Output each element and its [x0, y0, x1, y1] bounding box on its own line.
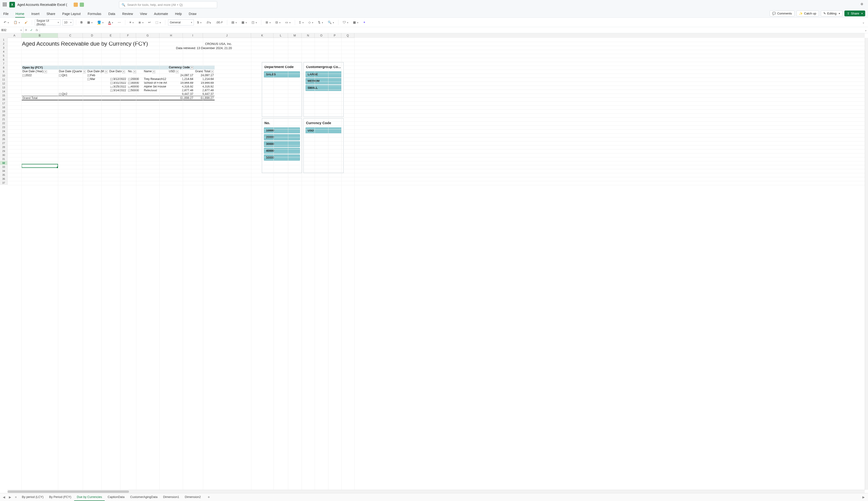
- ribbon-tab-formulas[interactable]: Formulas: [87, 11, 102, 18]
- paste-button[interactable]: 📋: [12, 20, 21, 25]
- ribbon-tab-review[interactable]: Review: [122, 11, 133, 18]
- row-header-28[interactable]: 28: [0, 145, 8, 149]
- ribbon-tab-draw[interactable]: Draw: [189, 11, 197, 18]
- filter-dropdown-icon[interactable]: ▾: [191, 66, 193, 69]
- row-header-4[interactable]: 4: [0, 50, 8, 54]
- ribbon-tab-help[interactable]: Help: [175, 11, 182, 18]
- expand-icon[interactable]: −: [110, 82, 113, 84]
- ribbon-tab-page-layout[interactable]: Page Layout: [62, 11, 81, 18]
- slicer-item[interactable]: SALES: [264, 71, 300, 77]
- row-header-30[interactable]: 30: [0, 153, 8, 157]
- col-header-H[interactable]: H: [159, 33, 183, 38]
- cell-styles-button[interactable]: ◫: [250, 20, 258, 25]
- pivot-row[interactable]: +Qtr29,447.379,447.37: [22, 92, 215, 96]
- filter-dropdown-icon[interactable]: ▾: [44, 71, 47, 73]
- row-header-2[interactable]: 2: [0, 42, 8, 46]
- pivot-row[interactable]: −3/25/2022−40000Alpine Ski House4,316.92…: [22, 85, 215, 88]
- search-input[interactable]: 🔍 Search for tools, help, and more (Alt …: [119, 1, 217, 8]
- row-header-22[interactable]: 22: [0, 121, 8, 125]
- number-format-selector[interactable]: General▾: [168, 19, 194, 25]
- row-header-13[interactable]: 13: [0, 86, 8, 89]
- row-header-6[interactable]: 6: [0, 58, 8, 62]
- increase-decimal-button[interactable]: .00↗: [214, 20, 224, 25]
- expand-icon[interactable]: −: [87, 78, 90, 81]
- undo-button[interactable]: ↶: [2, 20, 10, 25]
- editing-mode-button[interactable]: ✎Editing: [821, 11, 843, 17]
- sheet-tab[interactable]: CustomerAgingData: [127, 493, 160, 501]
- slicer-no[interactable]: No. 1000020000300004000050000: [262, 118, 302, 173]
- row-header-20[interactable]: 20: [0, 114, 8, 117]
- name-box[interactable]: B32▾: [0, 27, 23, 33]
- filter-dropdown-icon[interactable]: ▾: [83, 71, 86, 73]
- slicer-item[interactable]: LARGE: [306, 71, 342, 77]
- addins-button[interactable]: ▦: [352, 20, 360, 25]
- catch-up-button[interactable]: ✨Catch up: [796, 11, 819, 17]
- share-button[interactable]: ⇪Share: [844, 11, 865, 17]
- sensitivity-icon[interactable]: [74, 2, 78, 7]
- selected-cell[interactable]: [22, 164, 58, 168]
- pivot-header[interactable]: Due Date (M▾: [86, 70, 108, 73]
- col-header-E[interactable]: E: [101, 33, 120, 38]
- row-header-25[interactable]: 25: [0, 133, 8, 137]
- row-header-5[interactable]: 5: [0, 54, 8, 58]
- more-font-button[interactable]: ⋯: [116, 20, 122, 25]
- filter-dropdown-icon[interactable]: ▾: [105, 71, 108, 73]
- sheet-tab[interactable]: Dimension1: [160, 493, 182, 501]
- col-header-C[interactable]: C: [58, 33, 83, 38]
- col-header-N[interactable]: N: [302, 33, 315, 38]
- pivot-header[interactable]: Due Date (Quarte▾: [58, 70, 86, 73]
- slicer-item[interactable]: USD: [306, 127, 342, 134]
- filter-dropdown-icon[interactable]: ▾: [122, 71, 125, 73]
- col-header-F[interactable]: F: [120, 33, 136, 38]
- sheet-tab[interactable]: Dimension2: [182, 493, 204, 501]
- col-header-A[interactable]: A: [8, 33, 22, 38]
- col-header-I[interactable]: I: [183, 33, 203, 38]
- bold-button[interactable]: B: [79, 20, 84, 25]
- row-header-34[interactable]: 34: [0, 169, 8, 173]
- cancel-formula-icon[interactable]: ✕: [25, 28, 28, 32]
- autosum-button[interactable]: Σ: [298, 20, 305, 25]
- slicer-item[interactable]: 50000: [264, 154, 300, 161]
- ribbon-tab-home[interactable]: Home: [15, 11, 25, 18]
- sync-icon[interactable]: [80, 2, 84, 7]
- horizontal-scrollbar[interactable]: [8, 490, 865, 493]
- expand-icon[interactable]: −: [110, 78, 113, 81]
- sheet-nav-next[interactable]: ▶: [8, 494, 13, 500]
- row-header-24[interactable]: 24: [0, 129, 8, 133]
- slicer-item[interactable]: 30000: [264, 141, 300, 147]
- accept-formula-icon[interactable]: ✓: [30, 28, 33, 32]
- row-header-32[interactable]: 32: [0, 161, 8, 165]
- accounting-format-button[interactable]: $: [196, 20, 203, 25]
- conditional-formatting-button[interactable]: ▤: [230, 20, 238, 25]
- col-header-L[interactable]: L: [274, 33, 288, 38]
- fx-icon[interactable]: fx: [36, 28, 38, 32]
- expand-icon[interactable]: +: [87, 74, 90, 77]
- col-header-G[interactable]: G: [136, 33, 159, 38]
- formula-input[interactable]: [40, 27, 863, 33]
- expand-icon[interactable]: −: [110, 86, 113, 88]
- fill-color-button[interactable]: 🪣: [96, 20, 105, 25]
- row-header-26[interactable]: 26: [0, 137, 8, 141]
- format-painter-button[interactable]: 🖌: [23, 20, 29, 25]
- col-header-K[interactable]: K: [251, 33, 274, 38]
- sheet-nav-prev[interactable]: ◀: [1, 494, 7, 500]
- row-header-14[interactable]: 14: [0, 89, 8, 94]
- sheet-tab[interactable]: By Period (FCY): [46, 493, 74, 501]
- align-horizontal-button[interactable]: ≡: [128, 20, 135, 25]
- row-header-23[interactable]: 23: [0, 125, 8, 129]
- row-header-10[interactable]: 10: [0, 74, 8, 78]
- row-header-18[interactable]: 18: [0, 105, 8, 109]
- sheet-scroll-right[interactable]: ▶: [860, 494, 867, 500]
- format-table-button[interactable]: ▦: [240, 20, 248, 25]
- ribbon-tab-share[interactable]: Share: [46, 11, 56, 18]
- row-header-16[interactable]: 16: [0, 97, 8, 102]
- filter-dropdown-icon[interactable]: ▾: [176, 71, 179, 73]
- col-header-O[interactable]: O: [315, 33, 328, 38]
- clear-button[interactable]: ◇: [307, 20, 315, 25]
- sheet-tab[interactable]: Due by Currencies: [74, 493, 105, 501]
- ribbon-tab-insert[interactable]: Insert: [31, 11, 40, 18]
- col-header-J[interactable]: J: [203, 33, 251, 38]
- formula-expand-button[interactable]: ⌄: [863, 27, 868, 33]
- pivot-header[interactable]: Due Date (Year)▾: [22, 70, 58, 73]
- wrap-text-button[interactable]: ↩: [147, 20, 152, 25]
